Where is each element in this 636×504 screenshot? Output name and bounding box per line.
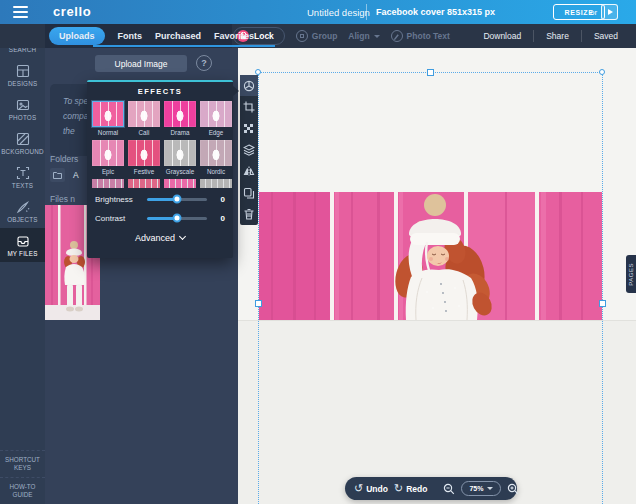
group-icon — [296, 30, 308, 42]
photo-text-label: Photo Text — [407, 31, 450, 41]
chevron-down-icon — [374, 35, 380, 38]
group-button[interactable]: Group — [296, 30, 338, 42]
effects-tool-button[interactable] — [240, 75, 258, 96]
tab-fonts[interactable]: Fonts — [118, 31, 143, 41]
chevron-down-icon — [179, 233, 186, 240]
element-tool-strip — [240, 75, 258, 225]
align-label: Align — [348, 31, 369, 41]
contrast-label: Contrast — [95, 214, 147, 223]
tab-uploads[interactable]: Uploads — [49, 27, 105, 45]
add-folder-label: A — [73, 170, 79, 180]
chevron-down-icon — [487, 487, 493, 490]
sidebar-item-background[interactable]: BCKGROUND — [0, 126, 45, 160]
play-button[interactable] — [601, 4, 618, 20]
layers-icon — [243, 144, 255, 156]
effect-thumb — [92, 101, 124, 127]
effect-festive[interactable]: Festive — [128, 140, 160, 175]
my-files-icon — [16, 234, 30, 248]
undo-button[interactable]: ↺ Undo — [354, 483, 388, 494]
contrast-slider-row: Contrast 0 — [87, 210, 233, 226]
effect-thumb-partial[interactable] — [128, 179, 160, 188]
help-icon[interactable]: ? — [196, 55, 212, 71]
selection-border-right — [602, 72, 603, 504]
effect-thumb — [128, 140, 160, 166]
lock-label: Lock — [254, 31, 274, 41]
photo-text-icon — [391, 30, 403, 42]
effect-thumb-partial[interactable] — [200, 179, 232, 188]
tab-purchased[interactable]: Purchased — [155, 31, 201, 41]
redo-button[interactable]: ↻ Redo — [394, 483, 427, 494]
effect-thumb-partial[interactable] — [92, 179, 124, 188]
share-button[interactable]: Share — [534, 31, 581, 41]
selection-border-left — [258, 72, 259, 504]
effect-thumb-partial[interactable] — [164, 179, 196, 188]
sidebar-item-photos[interactable]: PHOTOS — [0, 92, 45, 126]
pages-tab[interactable]: PAGES — [626, 255, 636, 293]
editor-toolbar: Uploads Fonts Purchased Favorites Lock G… — [0, 24, 636, 48]
transparency-tool-button[interactable] — [240, 118, 258, 139]
canvas-photo-girl-pink-wall[interactable] — [259, 192, 602, 320]
sidebar-item-objects[interactable]: OBJECTS — [0, 194, 45, 228]
shortcut-keys-button[interactable]: SHORTCUT KEYS — [0, 450, 45, 477]
effect-thumb — [164, 140, 196, 166]
effect-normal[interactable]: Normal — [92, 101, 124, 136]
format-size-label: Facebook cover 851x315 px — [376, 7, 495, 17]
effect-edge[interactable]: Edge — [200, 101, 232, 136]
effect-grayscale[interactable]: Grayscale — [164, 140, 196, 175]
hamburger-menu-icon[interactable] — [13, 6, 28, 21]
output-tools: Download Share Saved — [471, 24, 630, 48]
effects-title: EFFECTS — [87, 87, 233, 96]
sidebar-item-designs[interactable]: DESIGNS — [0, 58, 45, 92]
design-canvas[interactable]: PAGES ↺ Undo ↻ Redo 75% — [238, 48, 636, 504]
document-title[interactable]: Untitled design — [307, 7, 370, 18]
slider-knob[interactable] — [173, 214, 182, 223]
or-label: or — [590, 8, 597, 17]
sidebar-spacer — [0, 262, 45, 450]
delete-tool-button[interactable] — [240, 204, 258, 225]
contrast-slider[interactable] — [147, 217, 207, 220]
resize-button[interactable]: RESIZE — [553, 4, 605, 20]
how-to-guide-button[interactable]: HOW-TO GUIDE — [0, 477, 45, 504]
add-folder-button[interactable]: A — [50, 168, 79, 182]
layers-tool-button[interactable] — [240, 139, 258, 160]
add-folder-icon — [50, 168, 65, 182]
tab-favorites[interactable]: Favorites — [214, 31, 254, 41]
panel-tabs: Uploads Fonts Purchased Favorites — [45, 24, 232, 48]
object-tools: Lock Group Align Photo Text — [233, 24, 450, 48]
history-zoom-bar: ↺ Undo ↻ Redo 75% — [345, 477, 517, 500]
copy-icon — [243, 187, 255, 199]
redo-icon: ↻ — [394, 483, 403, 494]
crop-tool-button[interactable] — [240, 96, 258, 117]
photos-icon — [16, 98, 30, 112]
copy-tool-button[interactable] — [240, 182, 258, 203]
selection-handle-top-center[interactable] — [427, 69, 434, 76]
zoom-out-button[interactable] — [443, 483, 455, 495]
sidebar-item-my-files[interactable]: MY FILES — [0, 228, 45, 262]
sidebar-item-texts[interactable]: TEXTS — [0, 160, 45, 194]
flip-tool-button[interactable] — [240, 161, 258, 182]
download-button[interactable]: Download — [471, 31, 533, 41]
zoom-in-button[interactable] — [507, 483, 519, 495]
brightness-slider[interactable] — [147, 198, 207, 201]
slider-knob[interactable] — [173, 195, 182, 204]
effect-drama[interactable]: Drama — [164, 101, 196, 136]
objects-icon — [16, 200, 30, 214]
effects-popup: EFFECTS Normal Cali Drama Edge Epic — [87, 80, 233, 258]
artboard-edge — [238, 320, 636, 321]
align-button[interactable]: Align — [348, 31, 379, 41]
zoom-out-icon — [443, 483, 455, 495]
selection-handle-top-right[interactable] — [599, 69, 605, 75]
selection-handle-middle-right[interactable] — [599, 300, 606, 307]
photo-text-button[interactable]: Photo Text — [391, 30, 450, 42]
transparency-icon — [243, 123, 255, 135]
zoom-level-dropdown[interactable]: 75% — [461, 481, 501, 496]
effect-epic[interactable]: Epic — [92, 140, 124, 175]
effect-cali[interactable]: Cali — [128, 101, 160, 136]
folders-section-label: Folders — [50, 154, 78, 164]
effects-grid: Normal Cali Drama Edge Epic Festive — [87, 96, 233, 188]
selection-handle-middle-left[interactable] — [255, 300, 262, 307]
advanced-toggle[interactable]: Advanced — [87, 233, 233, 243]
effect-thumb — [92, 140, 124, 166]
upload-image-button[interactable]: Upload Image — [95, 55, 187, 72]
effect-nordic[interactable]: Nordic — [200, 140, 232, 175]
